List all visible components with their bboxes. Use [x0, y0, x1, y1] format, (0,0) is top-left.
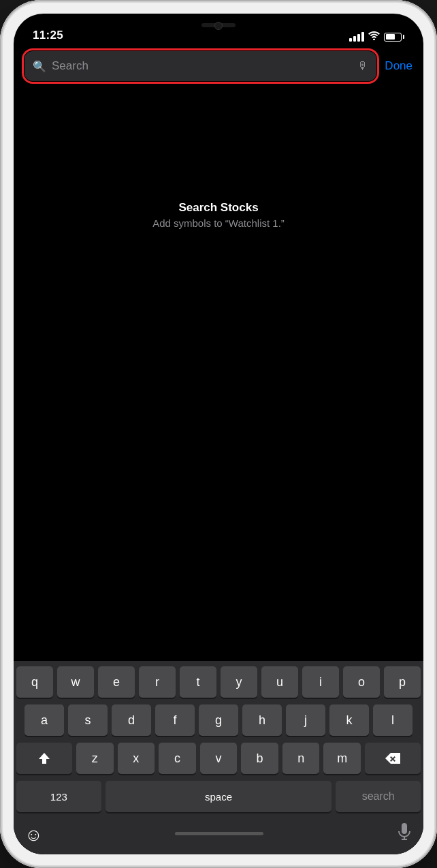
signal-bar-2: [353, 36, 356, 42]
home-indicator: [175, 832, 263, 835]
keyboard-row-bottom: 123 space search: [16, 781, 421, 812]
key-e[interactable]: e: [98, 666, 135, 698]
key-v[interactable]: v: [200, 743, 238, 774]
status-time: 11:25: [33, 29, 63, 42]
search-key[interactable]: search: [336, 781, 421, 812]
done-button[interactable]: Done: [385, 59, 412, 73]
key-r[interactable]: r: [139, 666, 176, 698]
search-stocks-subtitle: Add symbols to “Watchlist 1.”: [14, 217, 423, 229]
backspace-key[interactable]: [365, 743, 421, 774]
key-h[interactable]: h: [242, 704, 282, 736]
key-b[interactable]: b: [241, 743, 278, 774]
key-i[interactable]: i: [302, 666, 339, 698]
signal-bar-3: [357, 34, 360, 42]
keyboard-row-1: q w e r t y u i o p: [16, 666, 421, 698]
key-q[interactable]: q: [16, 666, 53, 698]
signal-bar-4: [361, 32, 364, 42]
key-o[interactable]: o: [343, 666, 380, 698]
key-t[interactable]: t: [180, 666, 216, 698]
wifi-icon: [368, 31, 380, 42]
phone-frame: 11:25: [0, 0, 437, 868]
key-c[interactable]: c: [159, 743, 196, 774]
phone-screen: 11:25: [14, 14, 423, 854]
key-n[interactable]: n: [282, 743, 320, 774]
key-g[interactable]: g: [199, 704, 238, 736]
key-z[interactable]: z: [76, 743, 114, 774]
key-p[interactable]: p: [384, 666, 421, 698]
svg-rect-0: [402, 823, 407, 834]
search-stocks-section: Search Stocks Add symbols to “Watchlist …: [14, 201, 423, 229]
key-f[interactable]: f: [155, 704, 195, 736]
key-s[interactable]: s: [68, 704, 108, 736]
signal-bars: [349, 32, 364, 42]
shift-key[interactable]: [16, 743, 72, 774]
key-a[interactable]: a: [25, 704, 64, 736]
keyboard-accessory-row: ☺: [16, 819, 421, 854]
search-area: 🔍 🎙 Done: [25, 51, 412, 81]
space-key[interactable]: space: [106, 781, 332, 812]
keyboard: q w e r t y u i o p a s d f g: [14, 661, 423, 854]
key-d[interactable]: d: [112, 704, 151, 736]
dictation-key[interactable]: [393, 820, 415, 849]
search-bar: 🔍 🎙: [25, 51, 376, 81]
key-w[interactable]: w: [57, 666, 94, 698]
numbers-key[interactable]: 123: [16, 781, 101, 812]
status-icons: [349, 31, 404, 42]
search-input[interactable]: [52, 59, 352, 73]
key-j[interactable]: j: [286, 704, 325, 736]
key-m[interactable]: m: [323, 743, 361, 774]
main-content: Search Stocks Add symbols to “Watchlist …: [14, 92, 423, 854]
key-u[interactable]: u: [261, 666, 298, 698]
search-magnifier-icon: 🔍: [33, 60, 46, 73]
search-stocks-title: Search Stocks: [14, 201, 423, 215]
battery-icon: [384, 33, 404, 42]
mic-icon[interactable]: 🎙: [357, 60, 368, 72]
key-k[interactable]: k: [329, 704, 369, 736]
emoji-key[interactable]: ☺: [22, 822, 46, 848]
keyboard-row-2: a s d f g h j k l: [16, 704, 421, 736]
keyboard-row-3: z x c v b n m: [16, 743, 421, 774]
status-bar: 11:25: [14, 14, 423, 48]
search-bar-wrapper: 🔍 🎙: [25, 51, 376, 81]
key-x[interactable]: x: [118, 743, 155, 774]
signal-bar-1: [349, 38, 352, 42]
key-l[interactable]: l: [373, 704, 412, 736]
key-y[interactable]: y: [221, 666, 257, 698]
